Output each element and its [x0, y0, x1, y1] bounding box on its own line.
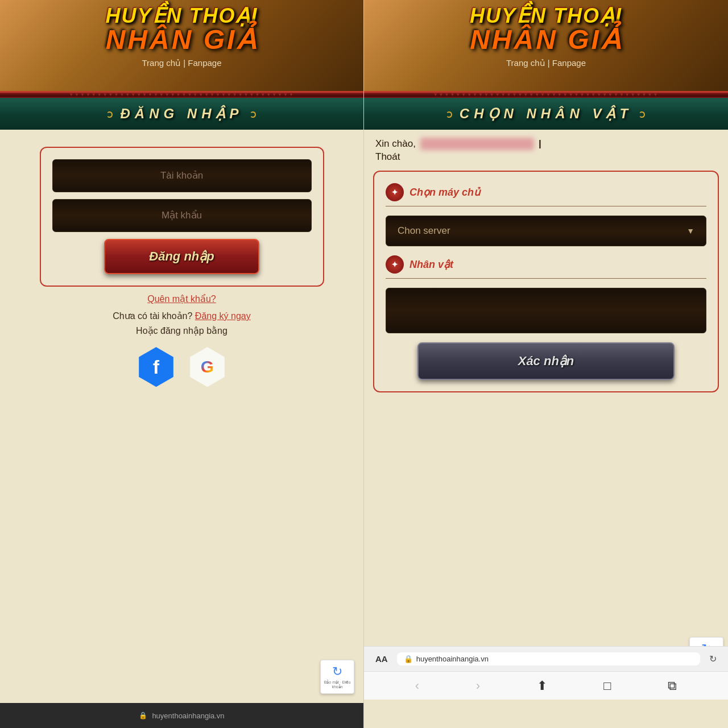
browser-back-button[interactable]: ‹ [411, 674, 424, 698]
right-logo-line1: HUYỀN THOẠI [470, 6, 622, 26]
left-logo-line1: HUYỀN THOẠI [106, 6, 258, 26]
left-section-title-bar: ↄ ĐĂNG NHẬP ↄ [0, 98, 363, 130]
left-bottom-url: huyenthoainhangia.vn [152, 712, 224, 720]
user-name-blurred [420, 138, 534, 150]
browser-bookmarks-button[interactable]: □ [599, 674, 615, 698]
browser-tabs-button[interactable]: ⧉ [663, 674, 681, 698]
browser-address-bar: AA 🔒 huyenthoainhangia.vn ↻ [364, 646, 728, 671]
forgot-password-link[interactable]: Quên mật khẩu? [147, 293, 216, 304]
right-deco-left: ↄ [446, 107, 453, 121]
left-nav[interactable]: Trang chủ | Fanpage [142, 58, 221, 68]
browser-forward-button[interactable]: › [471, 674, 485, 698]
browser-aa[interactable]: AA [375, 654, 388, 664]
facebook-login-button[interactable]: f [136, 347, 176, 387]
left-divider [0, 91, 363, 98]
facebook-icon: f [153, 356, 159, 378]
google-icon: G [201, 357, 214, 377]
right-divider [364, 91, 728, 98]
left-lock-icon: 🔒 [139, 712, 147, 719]
confirm-button[interactable]: Xác nhận [417, 342, 674, 380]
left-content: Đăng nhập Quên mật khẩu? Chưa có tài kho… [0, 130, 363, 703]
character-section-header: ✦ Nhân vật [386, 255, 706, 279]
left-logo-line2: NHÂN GIẢ [106, 26, 258, 53]
login-box: Đăng nhập [40, 147, 324, 287]
left-section-title: ĐĂNG NHẬP [120, 106, 243, 122]
browser-bar-wrapper: AA 🔒 huyenthoainhangia.vn ↻ ‹ › ⬆ □ ⧉ [364, 646, 728, 700]
right-panel: HUYỀN THOẠI NHÂN GIẢ Trang chủ | Fanpage… [364, 0, 728, 728]
username-input[interactable] [52, 159, 312, 192]
right-deco-right: ↄ [639, 107, 646, 121]
google-login-button[interactable]: G [188, 347, 228, 387]
left-deco-left: ↄ [107, 107, 113, 121]
right-logo: HUYỀN THOẠI NHÂN GIẢ [470, 6, 622, 53]
right-banner: HUYỀN THOẠI NHÂN GIẢ Trang chủ | Fanpage [364, 0, 728, 91]
password-input[interactable] [52, 199, 312, 232]
right-section-title-bar: ↄ CHỌN NHÂN VẬT ↄ [364, 98, 728, 130]
character-select-box: ✦ Chọn máy chủ Chon server ▼ ✦ Nhân vật … [373, 171, 719, 392]
left-deco-right: ↄ [250, 107, 257, 121]
right-nav[interactable]: Trang chủ | Fanpage [506, 58, 586, 68]
server-dropdown-text: Chon server [398, 225, 450, 237]
server-section-header: ✦ Chọn máy chủ [386, 183, 706, 206]
browser-nav-bar: ‹ › ⬆ □ ⧉ [364, 671, 728, 700]
greeting-row: Xin chào, | Thoát [364, 130, 728, 165]
left-captcha-badge: ↻ Bảo mật · Điều khoản [320, 660, 354, 694]
server-section-label: Chọn máy chủ [410, 186, 480, 198]
browser-share-button[interactable]: ⬆ [532, 674, 552, 698]
browser-reload-button[interactable]: ↻ [709, 653, 717, 664]
browser-url-area[interactable]: 🔒 huyenthoainhangia.vn [397, 652, 700, 665]
server-badge-icon: ✦ [386, 183, 404, 201]
left-logo: HUYỀN THOẠI NHÂN GIẢ [106, 6, 258, 53]
left-panel: HUYỀN THOẠI NHÂN GIẢ Trang chủ | Fanpage… [0, 0, 364, 728]
left-captcha-text: Bảo mật · Điều khoản [321, 680, 354, 689]
register-link[interactable]: Đăng ký ngay [195, 311, 251, 321]
left-bottom-bar: 🔒 huyenthoainhangia.vn [0, 703, 363, 728]
register-text: Chưa có tài khoản? Đăng ký ngay Hoặc đăn… [113, 309, 250, 338]
left-captcha-icon: ↻ [332, 664, 342, 679]
logout-link[interactable]: Thoát [375, 151, 400, 162]
dropdown-arrow-icon: ▼ [686, 226, 694, 235]
right-logo-line2: NHÂN GIẢ [470, 26, 622, 53]
server-dropdown[interactable]: Chon server ▼ [386, 216, 706, 246]
character-display-area [386, 288, 706, 333]
right-section-title: CHỌN NHÂN VẬT [460, 106, 632, 122]
left-banner: HUYỀN THOẠI NHÂN GIẢ Trang chủ | Fanpage [0, 0, 363, 91]
social-buttons: f G [136, 347, 228, 387]
browser-lock-icon: 🔒 [404, 655, 413, 663]
login-button[interactable]: Đăng nhập [104, 239, 260, 274]
greeting-text: Xin chào, [375, 138, 416, 150]
character-section-label: Nhân vật [410, 258, 453, 271]
browser-url-text: huyenthoainhangia.vn [416, 655, 489, 663]
character-badge-icon: ✦ [386, 255, 404, 274]
greeting-line: Xin chào, | [375, 138, 717, 150]
